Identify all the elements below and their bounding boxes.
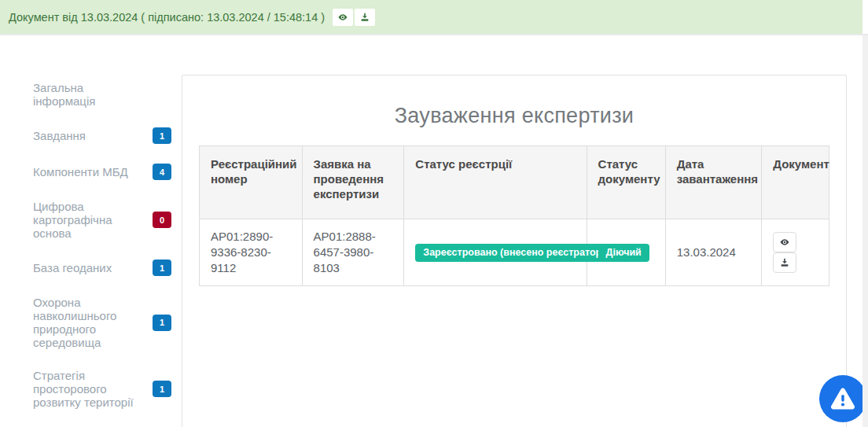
sidebar-item-spatial-development-strategy[interactable]: Стратегія просторового розвитку територі… <box>33 369 171 409</box>
count-badge: 1 <box>153 127 171 144</box>
expertise-remarks-table: Реєстраційний номер Заявка на проведення… <box>199 145 829 286</box>
sidebar-item-label: Стратегія просторового розвитку територі… <box>33 369 145 409</box>
column-header-upload-date: Дата завантаження <box>665 146 762 219</box>
doc-status-badge: Діючий <box>598 244 649 262</box>
count-badge: 0 <box>153 212 171 228</box>
sidebar-item-tasks[interactable]: Завдання 1 <box>33 127 171 144</box>
cell-application-number: АР01:2888-6457-3980-8103 <box>302 219 404 286</box>
row-view-document-button[interactable] <box>773 232 796 252</box>
download-document-button[interactable] <box>355 9 375 26</box>
eye-icon <box>337 12 348 23</box>
sidebar: Загальна інформація Завдання 1 Компонент… <box>33 81 171 427</box>
count-badge: 1 <box>153 260 171 276</box>
download-icon <box>359 12 370 23</box>
banner-separator <box>0 34 868 35</box>
cell-doc-status: Діючий <box>587 219 665 286</box>
cell-document-actions <box>762 219 829 286</box>
scrollbar-track[interactable] <box>862 35 868 427</box>
page-title: Зауваження експертизи <box>199 104 829 128</box>
column-header-document: Документ <box>762 146 829 219</box>
view-document-button[interactable] <box>333 9 353 26</box>
sidebar-item-label: Загальна інформація <box>33 81 145 108</box>
sidebar-item-geodata-base[interactable]: База геоданих 1 <box>33 260 171 276</box>
count-badge: 1 <box>153 315 171 331</box>
content-panel: Зауваження експертизи Реєстраційний номе… <box>182 75 847 427</box>
signed-document-banner: Документ від 13.03.2024 ( підписано: 13.… <box>0 0 862 34</box>
column-header-reg-number: Реєстраційний номер <box>200 146 303 219</box>
cell-upload-date: 13.03.2024 <box>665 219 762 286</box>
column-header-reg-status: Статус реєстрції <box>404 146 587 219</box>
sidebar-item-general-info[interactable]: Загальна інформація <box>33 81 171 108</box>
alert-fab-button[interactable] <box>819 375 866 422</box>
banner-text: Документ від 13.03.2024 ( підписано: 13.… <box>9 11 325 24</box>
count-badge: 4 <box>153 164 171 180</box>
cell-reg-number: АР01:2890-9336-8230-9112 <box>200 219 303 286</box>
column-header-doc-status: Статус документу <box>587 146 665 219</box>
table-row: АР01:2890-9336-8230-9112 АР01:2888-6457-… <box>200 219 829 286</box>
eye-icon <box>779 237 790 248</box>
row-download-document-button[interactable] <box>773 252 796 273</box>
sidebar-item-environment-protection[interactable]: Охорона навколишнього природного середов… <box>33 296 171 349</box>
sidebar-item-digital-cartographic-base[interactable]: Цифрова картографічна основа 0 <box>33 200 171 240</box>
sidebar-item-label: Цифрова картографічна основа <box>33 200 145 240</box>
reg-status-badge: Зареєстровано (внесено реєстратором) <box>415 244 626 262</box>
column-header-application: Заявка на проведення експертизи <box>302 146 404 219</box>
table-header-row: Реєстраційний номер Заявка на проведення… <box>200 146 829 219</box>
count-badge: 1 <box>153 381 171 397</box>
sidebar-item-label: Компоненти МБД <box>33 165 128 179</box>
warning-triangle-icon <box>829 385 857 413</box>
download-icon <box>779 257 790 268</box>
cell-reg-status: Зареєстровано (внесено реєстратором) <box>404 219 587 286</box>
sidebar-item-label: Охорона навколишнього природного середов… <box>33 296 145 349</box>
sidebar-item-label: База геоданих <box>33 261 112 274</box>
sidebar-item-mbd-components[interactable]: Компоненти МБД 4 <box>33 164 171 180</box>
sidebar-item-label: Завдання <box>33 129 86 142</box>
